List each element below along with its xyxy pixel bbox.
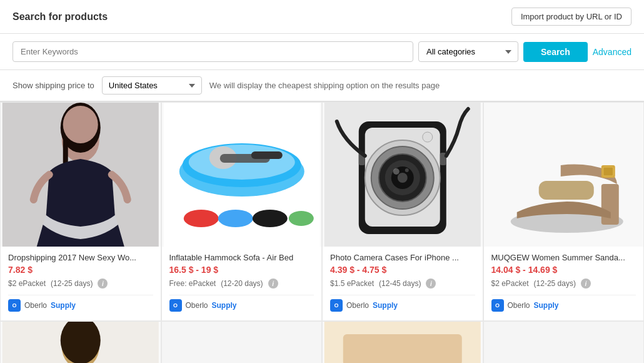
product-price-3: 4.39 $ - 4.75 $ <box>330 265 475 275</box>
svg-rect-37 <box>538 181 593 200</box>
svg-point-15 <box>252 210 287 227</box>
product-card-2[interactable]: Inflatable Hammock Sofa - Air Bed 16.5 $… <box>162 103 322 320</box>
product-info-4: MUQGEW Women Summer Sanda... 14.04 $ - 1… <box>484 247 644 320</box>
shipping-price-1: $2 ePacket <box>8 279 46 288</box>
product-info-3: Photo Camera Cases For iPhone ... 4.39 $… <box>323 247 483 320</box>
product-price-2: 16.5 $ - 19 $ <box>169 265 314 275</box>
info-icon-1[interactable]: i <box>98 279 108 289</box>
svg-point-16 <box>288 211 313 226</box>
product-name-1: Dropshipping 2017 New Sexy Wo... <box>8 253 153 262</box>
shipping-days-3: (12-45 days) <box>379 279 421 288</box>
product-name-3: Photo Camera Cases For iPhone ... <box>330 253 475 262</box>
oberlo-label-4: Oberlo <box>508 301 530 310</box>
supply-label-3: Supply <box>373 301 398 310</box>
shipping-label: Show shipping price to <box>13 81 94 90</box>
oberlo-label-2: Oberlo <box>186 301 208 310</box>
oberlo-label-1: Oberlo <box>24 301 47 310</box>
product-price-4: 14.04 $ - 14.69 $ <box>491 265 636 275</box>
product-info-1: Dropshipping 2017 New Sexy Wo... 7.82 $ … <box>1 247 161 320</box>
search-bar: All categoriesWomen's FashionMen's Fashi… <box>0 34 644 70</box>
svg-point-25 <box>398 173 408 183</box>
partial-card-1[interactable] <box>1 322 161 363</box>
product-name-2: Inflatable Hammock Sofa - Air Bed <box>169 253 314 262</box>
info-icon-4[interactable]: i <box>581 279 591 289</box>
shipping-bar: Show shipping price to United StatesUnit… <box>0 70 644 101</box>
product-image-hammock <box>162 103 322 247</box>
partial-row <box>0 321 644 363</box>
search-input[interactable] <box>13 41 413 62</box>
supply-label-4: Supply <box>534 301 559 310</box>
svg-rect-33 <box>601 184 618 225</box>
oberlo-badge-3: O Oberlo Supply <box>330 295 475 314</box>
shipping-price-4: $2 ePacket <box>491 279 529 288</box>
product-card-1[interactable]: Dropshipping 2017 New Sexy Wo... 7.82 $ … <box>1 103 161 320</box>
oberlo-badge-2: O Oberlo Supply <box>169 295 314 314</box>
svg-point-40 <box>61 322 101 363</box>
product-shipping-2: Free: ePacket (12-20 days) i <box>169 279 314 289</box>
product-card-3[interactable]: Photo Camera Cases For iPhone ... 4.39 $… <box>323 103 483 320</box>
oberlo-badge-1: O Oberlo Supply <box>8 295 153 314</box>
product-info-2: Inflatable Hammock Sofa - Air Bed 16.5 $… <box>162 247 322 320</box>
svg-point-13 <box>183 210 218 227</box>
shipping-country-select[interactable]: United StatesUnited KingdomCanadaAustral… <box>102 76 202 95</box>
import-button[interactable]: Import product by URL or ID <box>511 8 631 26</box>
product-name-4: MUQGEW Women Summer Sanda... <box>491 253 636 262</box>
svg-rect-5 <box>3 103 159 247</box>
svg-rect-12 <box>251 151 282 159</box>
info-icon-3[interactable]: i <box>426 279 436 289</box>
partial-card-3[interactable] <box>323 322 483 363</box>
product-image-camera <box>323 103 483 247</box>
top-bar: Search for products Import product by UR… <box>0 0 644 34</box>
supply-label-2: Supply <box>212 301 237 310</box>
products-grid: Dropshipping 2017 New Sexy Wo... 7.82 $ … <box>0 101 644 321</box>
svg-point-27 <box>405 168 409 172</box>
svg-rect-36 <box>603 167 613 176</box>
oberlo-logo-1: O <box>8 299 21 312</box>
product-card-4[interactable]: MUQGEW Women Summer Sanda... 14.04 $ - 1… <box>484 103 644 320</box>
oberlo-label-3: Oberlo <box>346 301 369 310</box>
svg-point-26 <box>393 168 400 175</box>
svg-rect-42 <box>343 334 462 363</box>
svg-point-30 <box>423 132 433 142</box>
product-shipping-1: $2 ePacket (12-25 days) i <box>8 279 153 289</box>
category-select[interactable]: All categoriesWomen's FashionMen's Fashi… <box>418 41 518 62</box>
oberlo-logo-3: O <box>330 299 343 312</box>
oberlo-badge-4: O Oberlo Supply <box>491 295 636 314</box>
page-title: Search for products <box>13 11 108 23</box>
shipping-price-2: Free: ePacket <box>169 279 216 288</box>
shipping-price-3: $1.5 ePacket <box>330 279 374 288</box>
advanced-link[interactable]: Advanced <box>593 47 631 57</box>
partial-card-4[interactable] <box>484 322 644 363</box>
product-shipping-3: $1.5 ePacket (12-45 days) i <box>330 279 475 289</box>
info-icon-2[interactable]: i <box>268 279 278 289</box>
oberlo-logo-2: O <box>169 299 182 312</box>
svg-point-14 <box>218 210 253 227</box>
product-image-sandal <box>484 103 644 247</box>
product-shipping-4: $2 ePacket (12-25 days) i <box>491 279 636 289</box>
shipping-days-4: (12-25 days) <box>534 279 576 288</box>
supply-label-1: Supply <box>51 301 76 310</box>
shipping-days-2: (12-20 days) <box>221 279 263 288</box>
product-price-1: 7.82 $ <box>8 265 153 275</box>
shipping-note: We will display the cheapest shipping op… <box>209 81 440 90</box>
oberlo-logo-4: O <box>491 299 504 312</box>
search-button[interactable]: Search <box>523 42 588 62</box>
partial-card-2[interactable] <box>162 322 322 363</box>
shipping-days-1: (12-25 days) <box>51 279 93 288</box>
product-image-dress <box>1 103 161 247</box>
